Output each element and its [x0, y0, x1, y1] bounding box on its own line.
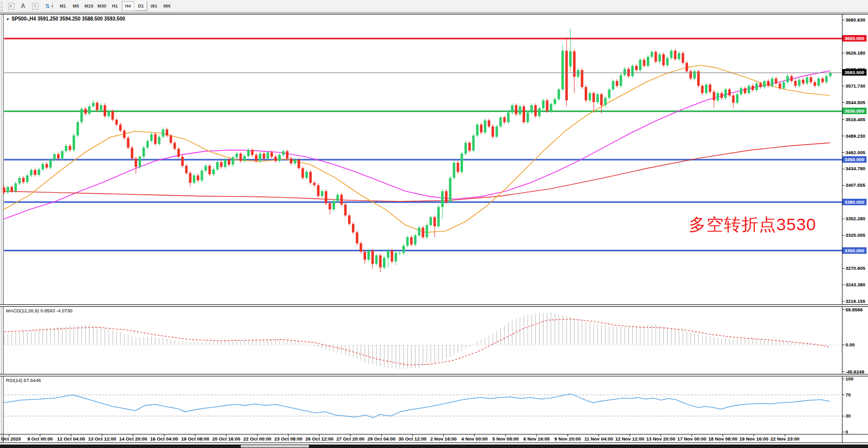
h-scrollbar-track[interactable]	[0, 444, 868, 448]
time-axis-label: 22 Oct 00:00	[243, 436, 271, 442]
time-axis-label: 27 Oct 20:00	[336, 436, 364, 442]
time-axis-label: 9 Nov 20:00	[555, 436, 581, 442]
price-level-badge: 3450.000	[842, 156, 866, 163]
h-scrollbar-thumb[interactable]	[241, 445, 309, 447]
time-axis-label: 12 Oct 04:00	[57, 436, 85, 442]
macd-axis-label: 0.00	[845, 342, 855, 348]
price-axis-label: 3216.155	[845, 298, 865, 304]
price-axis-label: 3516.455	[845, 117, 865, 123]
time-axis-label: 13 Oct 12:00	[88, 436, 116, 442]
time-axis-label: 9 Oct 00:00	[28, 436, 53, 442]
time-axis-label: 17 Nov 00:00	[677, 436, 706, 442]
time-axis-label: 13 Nov 20:00	[646, 436, 675, 442]
time-axis-label: 16 Oct 04:00	[150, 436, 178, 442]
price-axis-label: 3544.505	[845, 100, 865, 106]
time-axis-label: 4 Nov 00:00	[462, 436, 488, 442]
price-axis-label: 3407.555	[845, 182, 865, 188]
price-axis-label: 3489.230	[845, 133, 865, 139]
time-axis-label: 14 Oct 20:00	[119, 436, 147, 442]
chart-title-text: SP500-,H4 3591.250 3594.250 3588.500 359…	[12, 16, 125, 22]
time-axis-label: 23 Oct 08:00	[274, 436, 302, 442]
time-axis-label: 5 Nov 08:00	[493, 436, 519, 442]
macd-axis-label: -45.6249	[845, 369, 864, 375]
time-axis-label: 30 Oct 12:00	[398, 436, 426, 442]
chart-title: ▼SP500-,H4 3591.250 3594.250 3588.500 35…	[6, 16, 125, 22]
price-axis-label: 3434.780	[845, 166, 865, 172]
time-axis-label: 22 Nov 23:00	[770, 436, 799, 442]
time-axis-label: 18 Nov 08:00	[708, 436, 737, 442]
rsi-label: RSI(14) 57.6446	[6, 377, 41, 383]
time-axis-label: 29 Oct 04:00	[367, 436, 395, 442]
mt4-window: FAT⇅▼ M1M5M15M30H1H4D1W1MN ▼SP500-,H4 35…	[0, 0, 868, 448]
price-level-badge: 3650.000	[842, 35, 866, 42]
price-axis-label: 3462.005	[845, 150, 865, 156]
rsi-axis-label: 100	[845, 376, 853, 382]
time-axis-label: 19 Nov 16:00	[739, 436, 768, 442]
time-axis-label: 26 Oct 12:00	[305, 436, 333, 442]
rsi-axis-label: 30	[845, 413, 851, 419]
price-axis-label: 3325.055	[845, 232, 865, 238]
chart-collapse-icon[interactable]: ▼	[6, 18, 10, 21]
rsi-axis-label: 0	[845, 429, 848, 435]
time-axis-label: 6 Nov 16:00	[524, 436, 550, 442]
price-level-badge: 3300.000	[842, 247, 866, 254]
macd-axis-label: 59.8566	[845, 307, 862, 313]
rsi-axis-label: 70	[845, 392, 851, 398]
chart-annotation-text[interactable]: 多空转折点3530	[689, 213, 816, 236]
price-level-badge: 3380.000	[842, 199, 866, 205]
price-axis-label: 3243.380	[845, 282, 865, 288]
price-axis-label: 3626.180	[845, 50, 865, 56]
time-axis-label: 2 Nov 16:00	[430, 436, 457, 442]
price-axis-label: 3571.730	[845, 83, 865, 89]
time-axis-label: 19 Oct 08:00	[181, 436, 209, 442]
macd-label: MACD(12,26,9) 0.8593 -4.0730	[6, 308, 73, 313]
price-axis-label: 3270.605	[845, 265, 865, 271]
price-level-badge: 3530.000	[842, 108, 866, 114]
time-axis-label: 12 Nov 12:00	[615, 436, 644, 442]
price-axis-label: 3680.630	[845, 17, 865, 23]
time-axis-label: 7 Oct 2020	[0, 436, 21, 442]
price-level-badge: 3593.500	[842, 69, 866, 76]
time-axis-label: 20 Oct 16:00	[212, 436, 240, 442]
price-axis-label: 3352.280	[845, 216, 865, 222]
time-axis-label: 11 Nov 04:00	[584, 436, 613, 442]
